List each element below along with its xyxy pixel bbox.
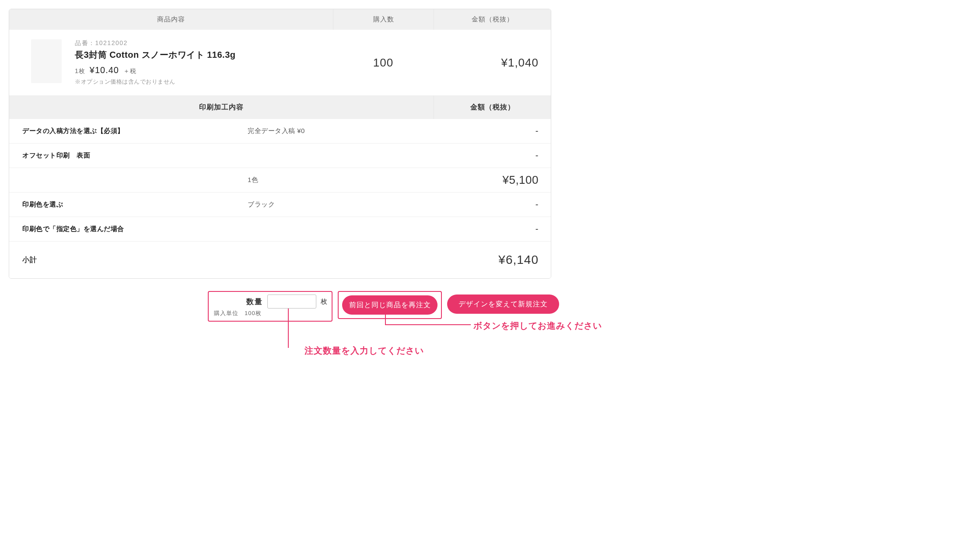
qty-suffix: 枚 [321,298,327,306]
unit-tax: ＋税 [123,67,136,75]
unit-label: 1枚 [75,67,85,75]
option-label: データの入稿方法を選ぶ【必須】 [9,127,248,135]
option-price: - [434,151,551,161]
option-value: 1色 [248,176,434,184]
subtotal-row: 小計 ¥6,140 [9,242,551,278]
unit-price: ¥10.40 [90,65,119,75]
callout-text: ボタンを押してお進みください [473,320,602,332]
product-table-header: 商品内容 購入数 金額（税抜） [9,9,551,30]
quantity-input[interactable] [267,295,316,309]
new-order-button[interactable]: デザインを変えて新規注文 [447,295,559,314]
option-value: ブラック [248,200,434,209]
callout-text: 注文数量を入力してください [304,345,424,357]
product-name: 長3封筒 Cotton スノーホワイト 116.3g [75,49,333,61]
reorder-button[interactable]: 前回と同じ商品を再注文 [342,295,438,315]
product-info: 品番：10212002 長3封筒 Cotton スノーホワイト 116.3g 1… [75,39,333,86]
product-info-cell: 品番：10212002 長3封筒 Cotton スノーホワイト 116.3g 1… [9,39,333,86]
option-value: 完全データ入稿 ¥0 [248,127,434,135]
option-price: - [434,224,551,234]
qty-top-row: 数量 枚 [213,295,327,309]
callout-line [385,298,386,325]
option-row: 印刷色で「指定色」を選んだ場合 - [9,217,551,242]
product-price: ¥1,040 [434,39,551,86]
header-product: 商品内容 [9,9,333,30]
option-label: オフセット印刷 表面 [9,151,248,160]
product-qty: 100 [333,39,434,86]
option-row: オフセット印刷 表面 - [9,144,551,168]
callout-line [288,309,289,348]
product-note: ※オプション価格は含んでおりません [75,78,333,86]
subtotal-value: ¥6,140 [434,253,551,267]
reorder-box: 前回と同じ商品を再注文 [338,291,442,319]
subtotal-label: 小計 [9,256,434,265]
option-row: 1色 ¥5,100 [9,168,551,193]
processing-header-desc: 印刷加工内容 [9,96,434,119]
product-unit-line: 1枚 ¥10.40 ＋税 [75,65,333,75]
product-thumbnail [31,39,62,83]
product-row: 品番：10212002 長3封筒 Cotton スノーホワイト 116.3g 1… [9,30,551,96]
option-label: 印刷色を選ぶ [9,200,248,209]
qty-unit-value: 100枚 [245,309,262,317]
product-sku: 品番：10212002 [75,39,333,47]
option-price: - [434,126,551,136]
callout-line [385,324,471,325]
qty-bottom-row: 購入単位 100枚 [213,309,327,317]
option-row: 印刷色を選ぶ ブラック - [9,193,551,217]
quantity-box: 数量 枚 購入単位 100枚 [208,291,332,322]
option-price: - [434,200,551,210]
header-price: 金額（税抜） [434,9,551,30]
processing-header-price: 金額（税抜） [434,96,551,119]
action-bar: 数量 枚 購入単位 100枚 前回と同じ商品を再注文 デザインを変えて新規注文 [9,291,559,322]
header-qty: 購入数 [333,9,434,30]
option-label: 印刷色で「指定色」を選んだ場合 [9,225,248,233]
order-table: 商品内容 購入数 金額（税抜） 品番：10212002 長3封筒 Cotton … [9,9,551,279]
processing-header: 印刷加工内容 金額（税抜） [9,96,551,119]
qty-unit-label: 購入単位 [214,309,238,317]
option-price: ¥5,100 [434,173,551,187]
option-row: データの入稿方法を選ぶ【必須】 完全データ入稿 ¥0 - [9,119,551,144]
qty-title: 数量 [246,297,263,307]
